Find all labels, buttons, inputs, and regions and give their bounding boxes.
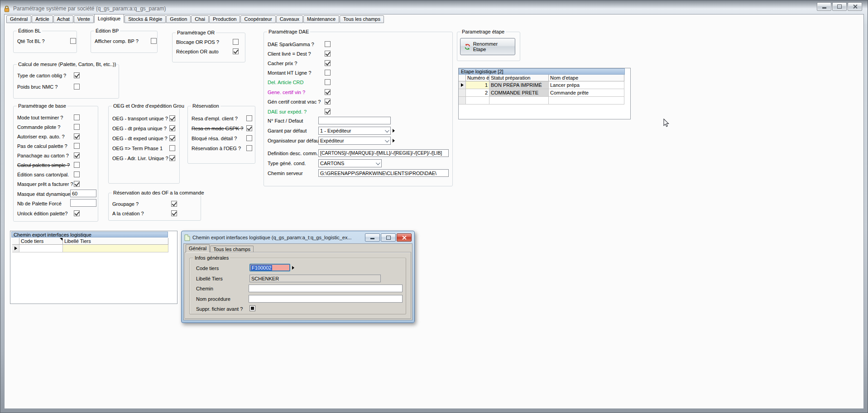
table-row[interactable] — [12, 245, 168, 252]
tab-cooperateur[interactable]: Coopérateur — [240, 15, 275, 23]
checkbox[interactable] — [325, 51, 331, 57]
masque-etat-input[interactable]: 60 — [70, 190, 96, 197]
check-row: Réception OR auto — [176, 48, 244, 55]
checkbox[interactable] — [74, 171, 80, 177]
field-label: Type géné. cond. — [268, 161, 306, 166]
tab-logistique[interactable]: Logistique — [94, 14, 124, 23]
tab-stocks-regie[interactable]: Stocks & Régie — [125, 15, 166, 23]
dialog-minimize-button[interactable] — [365, 233, 380, 242]
checkbox[interactable] — [74, 133, 80, 139]
cell-libelle[interactable] — [63, 245, 168, 252]
tab-achat[interactable]: Achat — [53, 15, 73, 23]
checkbox[interactable] — [325, 99, 331, 104]
dialog-restore-button[interactable] — [381, 233, 396, 242]
dialog-tab-general[interactable]: Général — [186, 244, 210, 252]
checkbox[interactable] — [325, 79, 331, 85]
nfact-input[interactable] — [318, 117, 391, 124]
type-gene-combo[interactable]: CARTONS — [318, 159, 382, 167]
definition-input[interactable]: [CARTONS]/-/[MARQUE]/-/[MILL]/-/[REGIE]/… — [318, 149, 449, 157]
col-nom-header[interactable]: Nom d'etape — [549, 75, 624, 81]
tab-caveaux[interactable]: Caveaux — [276, 15, 303, 23]
col-statut-header[interactable]: Statut préparation — [489, 75, 549, 81]
checkbox[interactable] — [169, 115, 175, 121]
checkbox[interactable] — [233, 48, 239, 54]
checkbox[interactable] — [325, 89, 331, 95]
checkbox[interactable] — [325, 70, 331, 76]
checkbox[interactable] — [233, 39, 239, 45]
checkbox[interactable] — [74, 114, 80, 120]
organisateur-combo[interactable]: Expéditeur — [318, 137, 391, 145]
checkbox[interactable] — [169, 125, 175, 131]
col-code-tiers-header[interactable]: Code tiers — [19, 238, 63, 245]
cell-nom[interactable]: Commande prête — [549, 89, 624, 97]
checkbox[interactable] — [74, 210, 80, 216]
checkbox[interactable] — [325, 109, 331, 114]
checkbox[interactable] — [74, 143, 80, 149]
checkbox[interactable] — [70, 38, 76, 44]
minimize-button[interactable] — [817, 2, 831, 11]
tab-general[interactable]: Général — [6, 15, 31, 23]
checkbox[interactable] — [325, 60, 331, 66]
checkbox[interactable] — [74, 72, 80, 78]
tab-tous-les-champs[interactable]: Tous les champs — [340, 15, 384, 23]
check-row: Afficher comp. BP ? — [95, 38, 156, 45]
tab-chai[interactable]: Chai — [191, 15, 209, 23]
checkbox[interactable] — [169, 155, 175, 161]
nb-palette-input[interactable] — [70, 199, 96, 207]
checkbox[interactable] — [74, 162, 80, 168]
restore-button[interactable] — [832, 2, 847, 11]
renommer-etape-button[interactable]: Renommer Etape — [460, 38, 515, 55]
dialog-tab-tous-les-champs[interactable]: Tous les champs — [210, 246, 254, 252]
checkbox[interactable] — [325, 41, 331, 47]
cell-numero[interactable]: 2 — [466, 89, 489, 97]
drilldown-arrow-icon[interactable] — [393, 129, 395, 133]
field-label: Nom procédure — [196, 296, 230, 302]
garant-combo[interactable]: 1 - Expéditeur — [318, 127, 391, 135]
window-frame: Paramétrage système par société (q_gs_pa… — [0, 0, 868, 413]
cell-statut[interactable]: BON PRÉPA IMPRIMÉ — [489, 81, 549, 89]
checkbox[interactable] — [246, 125, 252, 131]
dialog-tabstrip: Général Tous les champs — [186, 245, 254, 252]
suppr-fichier-checkbox[interactable] — [249, 305, 255, 311]
cell-statut[interactable]: COMMANDE PRETE — [489, 89, 549, 97]
table-row-empty[interactable] — [459, 97, 625, 104]
table-row[interactable]: 2 COMMANDE PRETE Commande prête — [459, 89, 625, 97]
tab-production[interactable]: Production — [209, 15, 240, 23]
checkbox[interactable] — [169, 145, 175, 151]
cell-code-tiers[interactable] — [19, 245, 63, 252]
table-row[interactable]: 1 BON PRÉPA IMPRIMÉ Lancer prépa — [459, 81, 625, 89]
checkbox[interactable] — [74, 84, 80, 90]
checkbox[interactable] — [169, 135, 175, 141]
tab-maintenance[interactable]: Maintenance — [303, 15, 339, 23]
dialog-close-button[interactable] — [397, 233, 412, 242]
checkbox-label: Montant HT Ligne ? — [268, 70, 311, 76]
checkbox[interactable] — [246, 135, 252, 141]
checkbox[interactable] — [246, 115, 252, 121]
col-libelle-header[interactable]: Libellé Tiers — [63, 238, 168, 245]
checkbox-label: Resa en mode GSPK ? — [192, 126, 243, 131]
col-numero-header[interactable]: Numéro ét — [466, 75, 489, 81]
checkbox[interactable] — [246, 145, 252, 151]
checkbox[interactable] — [151, 38, 157, 44]
checkbox-label: DAE sur expéd. ? — [268, 109, 307, 114]
chemin-input[interactable] — [249, 285, 403, 292]
libelle-tiers-input[interactable]: SCHENKER — [249, 275, 381, 282]
etape-header-row: Numéro ét Statut préparation Nom d'etape — [459, 75, 625, 81]
drilldown-arrow-icon[interactable] — [292, 266, 294, 270]
checkbox[interactable] — [74, 152, 80, 158]
cell-numero[interactable]: 1 — [466, 81, 489, 89]
checkbox[interactable] — [74, 181, 80, 187]
checkbox[interactable] — [74, 124, 80, 130]
nom-procedure-input[interactable] — [249, 295, 403, 303]
tab-article[interactable]: Article — [32, 15, 53, 23]
code-tiers-input[interactable]: F100002 — [249, 264, 290, 271]
tab-vente[interactable]: Vente — [74, 15, 94, 23]
tab-gestion[interactable]: Gestion — [166, 15, 191, 23]
group-title: Édition BP — [94, 28, 120, 33]
checkbox[interactable] — [171, 210, 177, 216]
drilldown-arrow-icon[interactable] — [393, 139, 395, 142]
chemin-serveur-input[interactable]: G:\GREENAPP\SPARKWINE\CLIENTS\PROD\DAE\ — [318, 169, 449, 177]
close-button[interactable] — [848, 2, 862, 11]
cell-nom[interactable]: Lancer prépa — [549, 81, 624, 89]
checkbox[interactable] — [171, 201, 177, 207]
